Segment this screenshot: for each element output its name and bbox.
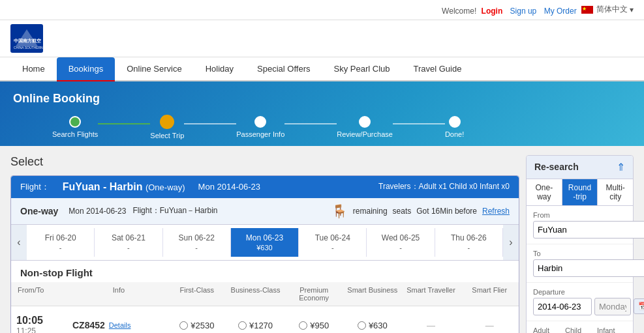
seats-label: seats <box>393 207 412 216</box>
sidebar: Re-search ⇑ One-way Round-trip Multi-cit… <box>526 155 634 334</box>
flight-date: Mon 2014-06-23 <box>198 182 260 192</box>
top-bar: Welcome! Login Sign up My Order 简体中文 ▾ <box>0 0 644 20</box>
myorder-link[interactable]: My Order <box>544 7 577 16</box>
flight-card: Flight： FuYuan - Harbin (One-way) Mon 20… <box>10 175 519 334</box>
from-input[interactable] <box>533 221 644 239</box>
content-area: Select Flight： FuYuan - Harbin (One-way)… <box>10 155 519 334</box>
departure-label: Departure <box>533 288 626 296</box>
seats-info: 🪑 remaining seats Got 16Min before Refre… <box>331 203 510 219</box>
date-tab[interactable]: Tue 06-24- <box>299 228 367 257</box>
price-business-value: ¥1270 <box>249 321 273 330</box>
tab-one-way[interactable]: One-way <box>527 179 562 205</box>
tab-round-trip[interactable]: Round-trip <box>562 179 598 205</box>
date-tab[interactable]: Thu 06-26- <box>435 228 503 257</box>
date-tab[interactable]: Fri 06-20- <box>27 228 95 257</box>
child-col: Child <box>565 326 594 334</box>
sidebar-header: Re-search ⇑ <box>527 156 633 179</box>
tab-multi-city[interactable]: Multi-city <box>598 179 633 205</box>
price-radio-premium-input[interactable] <box>299 321 307 330</box>
col-smartbiz-header: Smart Business <box>343 282 402 306</box>
price-premium[interactable]: ¥950 <box>284 321 343 330</box>
collapse-icon[interactable]: ⇑ <box>617 161 625 173</box>
to-label: To <box>533 250 626 257</box>
airline-logo-icon: 中国南方航空 CHINA SOUTHERN AIRLINES <box>10 24 43 53</box>
nav-sky-pearl-club[interactable]: Sky Pearl Club <box>322 57 402 80</box>
select-heading: Select <box>10 155 519 169</box>
refresh-link[interactable]: Refresh <box>482 207 510 216</box>
main-content: Select Flight： FuYuan - Harbin (One-way)… <box>0 146 644 334</box>
adult-label: Adult <box>533 326 562 334</box>
details-link[interactable]: Details <box>109 321 131 329</box>
col-fromto-header: From/To <box>11 282 70 306</box>
nav-home[interactable]: Home <box>10 57 57 80</box>
price-radio-business[interactable]: ¥1270 <box>238 321 273 330</box>
chevron-down-icon: ▾ <box>630 5 634 14</box>
nav-holiday[interactable]: Holiday <box>194 57 245 80</box>
to-input-row: ▦ <box>533 259 626 277</box>
date-tab[interactable]: Wed 06-25- <box>367 228 435 257</box>
date-tab[interactable]: Mon 06-23¥630 <box>231 228 299 257</box>
flight-travelers: Travelers：Adult x1 Child x0 Infant x0 <box>378 181 510 192</box>
price-radio-premium[interactable]: ¥950 <box>299 321 329 330</box>
departure-field: Departure 📅 <box>527 283 633 321</box>
flag-cn-icon <box>581 6 593 14</box>
from-input-row: ▦ <box>533 221 626 239</box>
departure-date-input[interactable] <box>533 298 592 315</box>
step-done: Done! <box>445 116 464 138</box>
sidebar-title: Re-search <box>534 162 579 172</box>
price-first-class[interactable]: ¥2530 <box>168 321 226 330</box>
flight-route: FuYuan - Harbin (One-way) <box>63 181 185 193</box>
table-row: 10:05 11:25 CZ8452 Details ¥2530 <box>11 306 519 334</box>
oneway-date: Mon 2014-06-23 <box>69 207 126 216</box>
nav-special-offers[interactable]: Special Offers <box>245 57 322 80</box>
date-next-button[interactable]: › <box>503 225 519 260</box>
price-smart-biz[interactable]: ¥630 <box>343 321 402 330</box>
login-link[interactable]: Login <box>482 7 503 16</box>
col-info-header: Info <box>70 282 168 306</box>
price-smartbiz-value: ¥630 <box>369 321 388 330</box>
step-circle-review <box>359 116 371 128</box>
nonstop-heading: Non-stop Flight <box>11 261 519 282</box>
step-circle-select <box>160 115 174 129</box>
step-label-done: Done! <box>445 130 464 138</box>
nav-online-service[interactable]: Online Service <box>115 57 194 80</box>
price-radio-smartbiz-input[interactable] <box>358 321 366 330</box>
nav-bookings[interactable]: Bookings <box>57 57 115 80</box>
date-prev-button[interactable]: ‹ <box>11 225 27 260</box>
col-smartflier-header: Smart Flier <box>460 282 519 306</box>
step-line-3 <box>284 123 337 124</box>
flight-card-header: Flight： FuYuan - Harbin (One-way) Mon 20… <box>11 176 519 198</box>
departure-calendar-button[interactable]: 📅 <box>634 298 644 314</box>
step-circle-done <box>449 116 461 128</box>
to-input[interactable] <box>533 259 644 277</box>
progress-area: Online Booking Search Flights Select Tri… <box>0 81 644 146</box>
header: 中国南方航空 CHINA SOUTHERN AIRLINES <box>0 20 644 57</box>
svg-text:CHINA SOUTHERN AIRLINES: CHINA SOUTHERN AIRLINES <box>14 46 43 50</box>
flight-number: CZ8452 <box>72 320 105 330</box>
price-radio-smartbiz[interactable]: ¥630 <box>358 321 388 330</box>
flight-time: 10:05 11:25 <box>11 311 70 333</box>
price-radio-first[interactable]: ¥2530 <box>179 321 214 330</box>
price-first-value: ¥2530 <box>191 321 214 330</box>
trip-type-tabs: One-way Round-trip Multi-city <box>527 179 633 206</box>
date-tab[interactable]: Sun 06-22- <box>163 228 231 257</box>
step-line-1 <box>98 123 150 124</box>
got-text: Got 16Min before <box>416 207 477 216</box>
lang-label: 简体中文 <box>596 4 628 15</box>
signup-link[interactable]: Sign up <box>510 7 537 16</box>
price-radio-first-input[interactable] <box>179 321 188 330</box>
date-tabs: Fri 06-20-Sat 06-21-Sun 06-22-Mon 06-23¥… <box>27 228 503 257</box>
col-smarttrav-header: Smart Traveller <box>402 282 461 306</box>
col-business-header: Business-Class <box>226 282 285 306</box>
sidebar-box: Re-search ⇑ One-way Round-trip Multi-cit… <box>526 155 634 334</box>
step-label-search: Search Flights <box>52 130 98 138</box>
infant-label: Infant <box>597 326 626 334</box>
welcome-text: Welcome! <box>442 7 476 16</box>
price-radio-business-input[interactable] <box>238 321 247 330</box>
price-business[interactable]: ¥1270 <box>226 321 285 330</box>
progress-steps: Search Flights Select Trip Passenger Inf… <box>13 115 631 139</box>
date-tab[interactable]: Sat 06-21- <box>95 228 162 257</box>
language-selector[interactable]: 简体中文 ▾ <box>581 4 634 15</box>
nav-travel-guide[interactable]: Travel Guide <box>401 57 473 80</box>
step-circle-passenger <box>254 116 266 128</box>
